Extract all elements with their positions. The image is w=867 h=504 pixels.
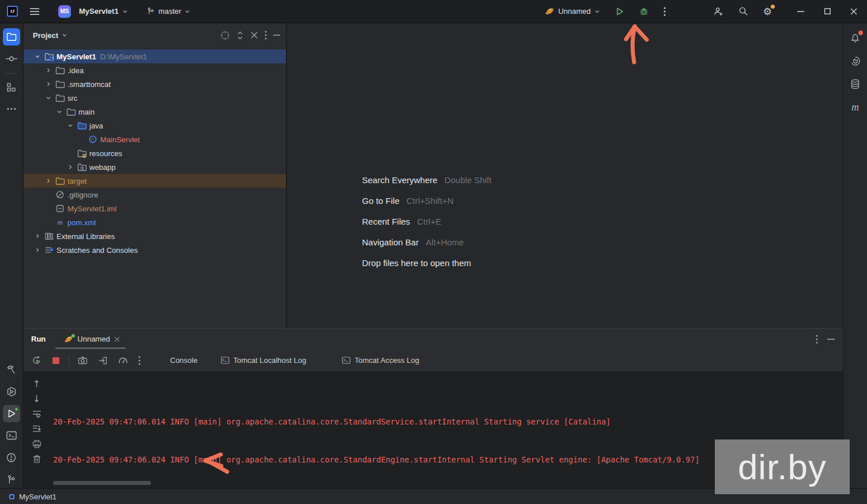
project-panel-header: Project [24,24,286,47]
run-configuration-selector[interactable]: Unnamed [537,0,607,23]
tree-row-resources[interactable]: resources [24,146,279,160]
tree-label: Scratches and Consoles [56,246,138,255]
run-panel-title: Run [31,335,46,343]
view-tab-label: Tomcat Localhost Log [233,356,306,365]
folder-icon [55,80,65,89]
locate-file-icon[interactable] [220,31,230,40]
panel-options-icon[interactable] [265,31,267,40]
tree-row-scratches[interactable]: Scratches and Consoles [24,243,279,257]
collapse-all-icon[interactable] [250,31,258,39]
tomcat-localhost-log-tab[interactable]: Tomcat Localhost Log [209,349,318,372]
problems-tool-button[interactable] [3,449,20,466]
tree-row-webapp[interactable]: webapp [24,160,279,174]
tree-row-gitignore[interactable]: .gitignore [24,188,279,202]
services-tool-button[interactable] [3,383,20,400]
hide-panel-icon[interactable] [273,35,280,36]
rerun-icon [32,355,42,365]
database-button[interactable] [847,75,864,93]
main-menu-button[interactable] [26,0,43,23]
tree-row-java[interactable]: java [24,119,279,132]
close-tab-icon[interactable] [114,336,120,342]
tree-row-mainservlet[interactable]: C MainServlet [24,132,279,146]
tree-label: pom.xml [67,218,96,227]
maximize-window-button[interactable] [814,0,840,23]
hide-panel-icon[interactable] [827,339,835,340]
thread-dump-button[interactable] [73,356,93,365]
running-indicator-dot [71,334,75,338]
arrow-up-icon: ↑ [33,378,40,389]
ai-assistant-button[interactable] [847,52,864,70]
run-tab-label: Unnamed [77,335,110,343]
run-button[interactable] [608,0,632,23]
scroll-to-end-button[interactable] [29,421,44,436]
stop-button[interactable] [47,357,65,365]
tree-row-iml[interactable]: MyServlet1.iml [24,202,279,215]
commit-tool-button[interactable] [3,50,20,67]
editor-shortcuts-list: Search Everywhere Double Shift Go to Fil… [362,175,492,279]
log-terminal-icon [221,357,229,364]
maven-button[interactable]: m [847,98,864,116]
debug-button[interactable] [632,0,656,23]
structure-tool-button[interactable] [3,78,20,96]
search-everywhere-button[interactable] [731,0,756,23]
expand-all-icon[interactable] [236,31,244,40]
tree-row-src[interactable]: src [24,91,279,105]
project-avatar[interactable]: MS [58,5,71,18]
more-tools-button[interactable] [3,100,20,118]
console-view-tab[interactable]: Console [159,349,209,372]
project-selector[interactable]: MyServlet1 [79,7,128,16]
tree-label: java [89,122,103,130]
search-icon [738,6,748,16]
git-branch-icon [146,7,155,16]
commit-icon [6,55,17,63]
close-window-button[interactable] [840,0,867,23]
soft-wrap-button[interactable] [29,406,44,421]
scroll-up-button[interactable]: ↑ [29,376,44,391]
print-button[interactable] [29,436,44,451]
run-play-icon [615,7,624,16]
horizontal-scrollbar[interactable] [53,481,151,485]
clear-console-button[interactable] [29,451,44,466]
build-tool-button[interactable] [3,361,20,378]
tomcat-icon [545,7,555,16]
tree-row-main[interactable]: main [24,105,279,119]
branch-name: master [159,7,182,16]
run-tab-unnamed[interactable]: Unnamed [64,329,119,349]
git-tool-button[interactable] [3,471,20,488]
running-indicator-dot [14,407,18,411]
tree-row-target[interactable]: target [24,174,286,188]
more-actions-button[interactable] [656,0,673,23]
resources-root-folder-icon [77,149,87,158]
intellij-logo-icon[interactable]: IJ [7,6,18,17]
console-gutter-toolbar: ↑ ↓ [24,373,50,488]
chevron-collapsed-icon [66,163,74,171]
tree-row-external-libraries[interactable]: External Libraries [24,229,279,243]
vcs-branch-selector[interactable]: master [146,7,191,16]
tree-row-smarttomcat[interactable]: .smarttomcat [24,77,279,91]
tomcat-access-log-tab[interactable]: Tomcat Access Log [330,349,431,372]
drop-files-hint: Drop files here to open them [362,258,492,279]
tree-label: webapp [89,163,116,172]
code-with-me-button[interactable] [706,0,731,23]
tree-row-pom[interactable]: m pom.xml [24,215,279,229]
tree-row-project-root[interactable]: MyServlet1 D:\MyServlet1 [24,50,286,63]
terminal-tool-button[interactable] [3,427,20,444]
console-more-button[interactable] [133,356,146,365]
run-tool-button[interactable] [3,405,20,422]
minimize-window-button[interactable] [787,0,814,23]
tree-label: resources [89,149,122,158]
tree-row-idea[interactable]: .idea [24,63,279,77]
status-project-name[interactable]: MyServlet1 [19,492,56,501]
open-in-editor-button[interactable] [93,356,113,365]
chevron-down-icon [184,9,190,14]
scroll-down-button[interactable]: ↓ [29,391,44,406]
notifications-button[interactable] [847,29,864,47]
settings-button[interactable]: ⚙ [756,0,779,23]
watermark-text: dir.by [738,446,827,487]
project-panel-title[interactable]: Project [33,31,58,40]
rerun-button[interactable] [24,355,47,365]
project-tool-button[interactable] [3,28,20,46]
chevron-expanded-icon [66,122,74,130]
panel-options-icon[interactable] [816,335,818,344]
edit-configuration-button[interactable] [113,356,133,365]
